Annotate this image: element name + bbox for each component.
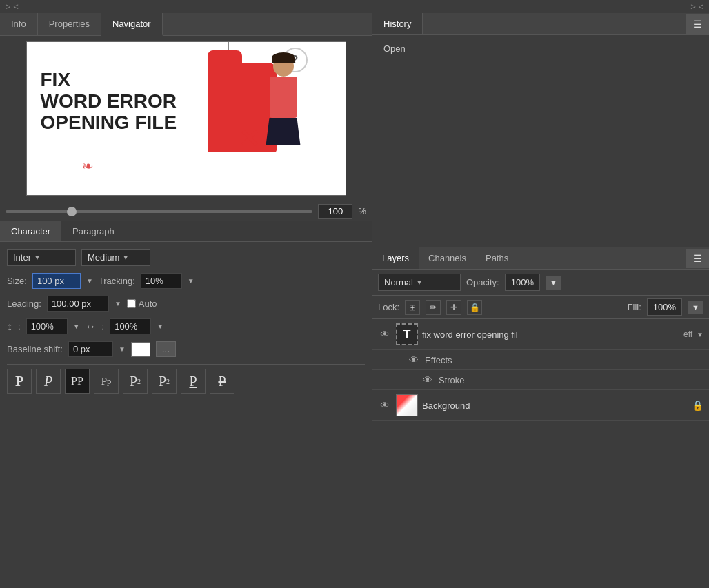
tracking-arrow[interactable]: ▼: [188, 277, 194, 285]
history-menu-button[interactable]: ☰: [686, 14, 709, 34]
navigator-tab-row: Info Properties Navigator: [0, 13, 372, 36]
zoom-unit: %: [358, 206, 366, 216]
opacity-value[interactable]: 100%: [505, 274, 540, 291]
char-hair: [272, 52, 295, 63]
typo-btn-4[interactable]: P2: [123, 369, 148, 394]
lock-label: Lock:: [378, 302, 399, 312]
history-header: History ☰: [372, 13, 709, 35]
vert-scale-arrow[interactable]: ▼: [73, 323, 80, 330]
size-tracking-row: Size: ▼ Tracking: ▼: [7, 273, 365, 289]
tab-character[interactable]: Character: [0, 221, 61, 241]
history-item-open[interactable]: Open: [378, 41, 703, 57]
vert-scale-label: :: [18, 321, 21, 332]
font-row: Inter ▼ Medium ▼: [7, 249, 365, 266]
ellipsis-button[interactable]: ...: [156, 341, 176, 357]
lock-transparency-btn[interactable]: ⊞: [405, 300, 420, 315]
horiz-scale-label: :: [102, 321, 105, 332]
baseline-arrow[interactable]: ▼: [119, 345, 126, 353]
horiz-scale-icon: ↔: [86, 321, 97, 333]
text-layer-visibility[interactable]: 👁: [378, 327, 392, 341]
text-layer-name: fix word error opening fil: [422, 330, 679, 340]
blend-mode-dropdown[interactable]: Normal ▼: [378, 274, 461, 291]
fill-label: Fill:: [628, 302, 641, 312]
baseline-input[interactable]: [68, 341, 113, 357]
leading-row: Leading: ▼ Auto: [7, 296, 365, 312]
typo-btn-6[interactable]: P: [181, 369, 206, 394]
tab-channels[interactable]: Channels: [419, 247, 476, 269]
auto-label: Auto: [139, 298, 157, 309]
effects-visibility[interactable]: 👁: [407, 353, 421, 367]
bg-layer-visibility[interactable]: 👁: [378, 398, 392, 412]
stroke-label: Stroke: [439, 375, 465, 385]
typo-btn-5[interactable]: P2: [152, 369, 177, 394]
baseline-row: Baseline shift: ▼ ...: [7, 341, 365, 357]
auto-checkbox[interactable]: [127, 299, 136, 308]
opacity-arrow[interactable]: ▼: [546, 276, 561, 290]
lock-position-btn[interactable]: ✛: [446, 300, 461, 315]
tab-info[interactable]: Info: [0, 13, 38, 35]
layer-background-item[interactable]: 👁 Background 🔒: [372, 390, 709, 421]
right-collapse-arrows[interactable]: > <: [690, 1, 703, 12]
tab-paths[interactable]: Paths: [476, 247, 518, 269]
char-head: [273, 56, 294, 77]
character-figure: [256, 56, 311, 166]
vert-scale-icon: ↕: [7, 321, 12, 333]
right-panel: History ☰ Open Layers Channels Paths ☰ N…: [372, 13, 709, 588]
bg-layer-lock: 🔒: [692, 400, 703, 411]
navigator-preview: ✕ FIX WORD ERROR OPENING FILE ?: [0, 36, 372, 201]
preview-text: FIX WORD ERROR OPENING FILE: [41, 70, 177, 133]
text-layer-thumb: T: [396, 323, 418, 345]
layers-tab-row: Layers Channels Paths ☰: [372, 247, 709, 270]
char-body: [270, 77, 297, 118]
history-content: Open: [372, 35, 709, 247]
lock-pixels-btn[interactable]: ✏: [426, 300, 441, 315]
tab-history[interactable]: History: [372, 13, 423, 34]
typo-btn-2[interactable]: PP: [65, 369, 90, 394]
zoom-slider-thumb[interactable]: [67, 207, 77, 216]
preview-canvas: ✕ FIX WORD ERROR OPENING FILE ?: [26, 41, 346, 196]
sub-layer-stroke: 👁 Stroke: [372, 370, 709, 390]
horiz-scale-input[interactable]: [110, 318, 151, 334]
stroke-visibility[interactable]: 👁: [421, 373, 435, 387]
preview-content: ✕ FIX WORD ERROR OPENING FILE ?: [27, 42, 346, 195]
leading-arrow[interactable]: ▼: [114, 300, 121, 307]
opacity-label: Opacity:: [466, 277, 499, 287]
tab-layers[interactable]: Layers: [372, 247, 419, 269]
zoom-value-input[interactable]: 100: [318, 204, 352, 219]
size-input[interactable]: [32, 273, 81, 289]
zoom-row: 100 %: [0, 201, 372, 221]
font-family-arrow: ▼: [34, 254, 41, 261]
typo-btn-3[interactable]: Pp: [94, 369, 119, 394]
lock-all-btn[interactable]: 🔒: [467, 300, 482, 315]
typography-buttons: P P PP Pp P2 P2 P P: [7, 364, 365, 398]
size-label: Size:: [7, 276, 27, 286]
color-swatch[interactable]: [131, 342, 150, 357]
tab-paragraph[interactable]: Paragraph: [61, 221, 126, 241]
typo-btn-0[interactable]: P: [7, 369, 32, 394]
fill-arrow[interactable]: ▼: [688, 301, 703, 314]
font-family-dropdown[interactable]: Inter ▼: [7, 249, 76, 266]
char-para-tab-row: Character Paragraph: [0, 221, 372, 242]
tab-navigator[interactable]: Navigator: [101, 13, 163, 36]
typo-btn-1[interactable]: P: [36, 369, 61, 394]
left-collapse-arrows[interactable]: > <: [6, 1, 19, 12]
tracking-input[interactable]: [141, 273, 182, 289]
bg-layer-thumb: [396, 394, 418, 416]
leading-input[interactable]: [47, 296, 109, 312]
text-layer-effects[interactable]: eff: [683, 330, 692, 339]
vert-scale-input[interactable]: [26, 318, 68, 334]
layer-text-item[interactable]: 👁 T fix word error opening fil eff ▼: [372, 319, 709, 350]
horiz-scale-arrow[interactable]: ▼: [157, 323, 163, 330]
tab-properties[interactable]: Properties: [38, 13, 101, 35]
blend-mode-row: Normal ▼ Opacity: 100% ▼: [372, 270, 709, 296]
size-arrow[interactable]: ▼: [86, 277, 93, 285]
character-panel: Inter ▼ Medium ▼ Size: ▼ Tracking: ▼ Lea…: [0, 242, 372, 405]
zoom-slider[interactable]: [6, 210, 312, 213]
layers-menu-button[interactable]: ☰: [686, 249, 709, 268]
fill-value[interactable]: 100%: [647, 298, 682, 316]
font-weight-dropdown[interactable]: Medium ▼: [81, 249, 150, 266]
top-arrows: > < > <: [0, 0, 709, 13]
leaf-decoration: ❧: [82, 158, 94, 174]
typo-btn-7[interactable]: P: [210, 369, 234, 394]
text-layer-expand[interactable]: ▼: [697, 331, 703, 338]
